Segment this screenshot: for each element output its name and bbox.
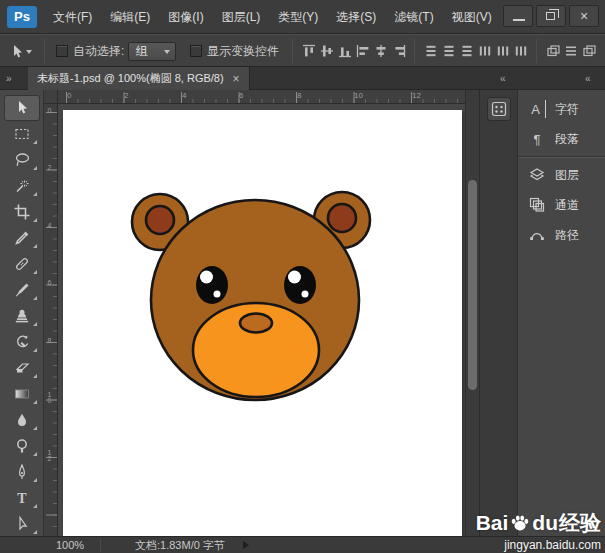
watermark-url: jingyan.baidu.com [476,538,601,552]
align-horizontal-centers-icon[interactable] [372,43,390,59]
pen-tool[interactable] [4,459,40,485]
eyedropper-tool[interactable] [4,225,40,251]
align-right-edges-icon[interactable] [390,43,408,59]
blur-tool[interactable] [4,407,40,433]
align-bottom-edges-icon[interactable] [336,43,354,59]
ruler-origin-corner[interactable] [44,90,58,104]
photoshop-logo: Ps [7,6,37,28]
workspace-lines-icon[interactable] [562,43,580,59]
auto-select-dropdown[interactable]: 组 [128,42,176,61]
type-tool[interactable]: T [4,485,40,511]
docked-panel-button[interactable] [487,97,511,121]
lasso-tool-icon [13,151,31,169]
workspace-stack-icon[interactable] [580,43,598,59]
vertical-ruler: 0 2 4 6 8 1 0 1 2 [44,104,58,536]
distribute-horizontal-centers-icon[interactable] [494,43,512,59]
align-left-edges-icon[interactable] [354,43,372,59]
magic-wand-tool[interactable] [4,173,40,199]
eyedropper-tool-icon [13,229,31,247]
document-tab-title: 未标题-1.psd @ 100%(椭圆 8, RGB/8) [37,71,224,86]
auto-select-checkbox[interactable] [56,45,68,57]
align-vertical-centers-icon[interactable] [318,43,336,59]
gradient-tool[interactable] [4,381,40,407]
panel-button-character[interactable]: A 字符 [528,98,579,120]
menu-view[interactable]: 视图(V) [443,0,501,34]
blur-tool-icon [13,411,31,429]
move-tool-icon [13,99,31,117]
move-tool[interactable] [4,95,40,121]
panel-button-channels[interactable]: 通道 [528,194,579,216]
window-restore-button[interactable] [536,5,566,27]
panel-dock: A 字符 ¶ 段落 图层 通道 路径 [517,90,605,536]
channels-panel-icon [528,196,546,214]
collapsed-panel-dock [479,90,517,536]
distribute-right-icon[interactable] [512,43,530,59]
menu-layer[interactable]: 图层(L) [213,0,270,34]
distribute-left-icon[interactable] [476,43,494,59]
photoshop-window: Ps 文件(F) 编辑(E) 图像(I) 图层(L) 类型(Y) 选择(S) 滤… [0,0,605,553]
tool-options-bar: 自动选择: 组 显示变换控件 [0,34,605,67]
distribute-vertical-centers-icon[interactable] [440,43,458,59]
zoom-level-field[interactable]: 100% [56,537,84,553]
document-canvas[interactable] [63,110,462,536]
document-tab[interactable]: 未标题-1.psd @ 100%(椭圆 8, RGB/8) × [28,67,250,90]
distribute-top-icon[interactable] [422,43,440,59]
status-menu-arrow-icon[interactable] [243,541,249,549]
bear-left-eye [196,266,228,304]
align-top-edges-icon[interactable] [300,43,318,59]
menu-file[interactable]: 文件(F) [44,0,101,34]
brush-tool[interactable] [4,277,40,303]
panel-button-paths[interactable]: 路径 [528,224,579,246]
tool-preset-picker[interactable] [8,42,34,62]
menu-type[interactable]: 类型(Y) [269,0,327,34]
dodge-tool[interactable] [4,433,40,459]
vertical-scrollbar[interactable] [465,90,479,536]
options-separator [292,39,293,63]
vertical-scrollbar-thumb[interactable] [468,180,477,390]
history-brush-tool[interactable] [4,329,40,355]
path-selection-tool[interactable] [4,511,40,537]
window-minimize-button[interactable] [503,5,533,27]
panel-button-layers[interactable]: 图层 [528,164,579,186]
type-tool-icon: T [13,489,31,507]
eraser-tool[interactable] [4,355,40,381]
panel-collapse-icon[interactable]: « [585,67,591,90]
clone-stamp-tool[interactable] [4,303,40,329]
chevron-down-icon [26,50,32,54]
dock-strip-collapse-icon[interactable]: « [500,67,506,90]
status-separator [100,539,101,552]
paragraph-panel-icon: ¶ [528,130,546,148]
lasso-tool[interactable] [4,147,40,173]
healing-brush-tool[interactable] [4,251,40,277]
path-selection-tool-icon [13,515,31,533]
panel-button-paragraph[interactable]: ¶ 段落 [528,128,579,150]
window-minimize-icon [513,19,525,21]
baidu-paw-icon [510,513,530,533]
menu-edit[interactable]: 编辑(E) [101,0,159,34]
character-panel-icon: A [528,100,546,118]
tab-close-icon[interactable]: × [233,72,240,86]
window-close-button[interactable]: × [569,5,599,27]
menu-select[interactable]: 选择(S) [327,0,385,34]
auto-align-layers-icon[interactable] [544,43,562,59]
crop-tool[interactable] [4,199,40,225]
clone-stamp-tool-icon [13,307,31,325]
ruler-number: 1 2 [44,450,55,462]
options-separator [44,39,45,63]
bear-left-eye-highlight [200,271,213,284]
panel-label: 段落 [555,131,579,148]
menu-image[interactable]: 图像(I) [159,0,212,34]
ruler-number: 4 [44,223,55,229]
distribute-buttons-group [422,43,530,59]
menu-filter[interactable]: 滤镜(T) [385,0,442,34]
ruler-number: 1 0 [44,392,55,404]
rectangular-marquee-tool[interactable] [4,121,40,147]
show-transform-label: 显示变换控件 [207,35,279,68]
toolbar-expand-icon[interactable]: » [6,67,12,90]
ruler-number: 6 [239,91,243,100]
auto-select-value: 组 [136,44,148,58]
auto-select-label: 自动选择: [73,35,124,68]
watermark-brand-suffix: du [532,511,558,535]
distribute-bottom-icon[interactable] [458,43,476,59]
show-transform-checkbox[interactable] [190,45,202,57]
